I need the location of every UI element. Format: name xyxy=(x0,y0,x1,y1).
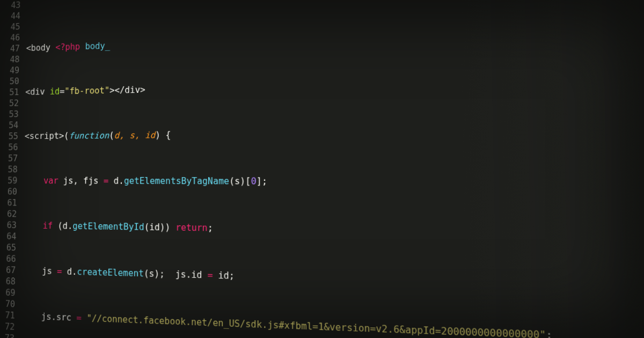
line-number: 60 xyxy=(0,186,17,197)
code-line: var js, fjs = d.getElementsByTagName(s)[… xyxy=(24,175,644,189)
line-number: 73 xyxy=(0,332,14,338)
code-line: <body <?php body_ xyxy=(26,20,644,54)
line-number: 68 xyxy=(0,275,16,287)
line-number: 45 xyxy=(0,21,20,33)
line-number: 64 xyxy=(0,231,17,243)
line-number: 61 xyxy=(0,197,17,209)
code-editor[interactable]: 4344454647484950515253545556575859606162… xyxy=(0,0,644,338)
line-number: 47 xyxy=(0,43,20,54)
line-number: 53 xyxy=(0,109,19,120)
line-number: 63 xyxy=(0,219,17,231)
line-number: 57 xyxy=(0,153,18,164)
line-number: 52 xyxy=(0,98,19,109)
code-line: if (d.getElementById(id)) return; xyxy=(23,220,644,243)
line-number: 65 xyxy=(0,242,16,254)
line-number: 44 xyxy=(0,11,20,23)
line-number: 49 xyxy=(0,65,19,76)
line-number: 50 xyxy=(0,76,19,87)
line-number: 71 xyxy=(0,309,15,321)
line-number: 56 xyxy=(0,142,18,153)
line-number: 43 xyxy=(1,0,21,11)
line-number: 67 xyxy=(0,264,16,276)
code-line: <script>(function(d, s, id) { xyxy=(25,124,644,142)
line-number: 59 xyxy=(0,175,17,186)
code-line: js = d.createElement(s); js.id = id; xyxy=(22,265,644,296)
line-number: 72 xyxy=(0,321,15,333)
line-number: 51 xyxy=(0,87,19,98)
line-number: 55 xyxy=(0,131,18,142)
line-number: 70 xyxy=(0,298,15,310)
code-line: js.src = "//connect.facebook.net/en_US/s… xyxy=(21,310,644,338)
code-line: <div id="fb-root"></div> xyxy=(25,71,644,97)
line-number: 54 xyxy=(0,120,18,131)
code-area[interactable]: <body <?php body_ <div id="fb-root"></di… xyxy=(19,0,644,338)
line-number: 46 xyxy=(0,32,20,43)
line-number: 66 xyxy=(0,253,16,265)
line-number: 62 xyxy=(0,208,17,219)
line-number: 69 xyxy=(0,286,16,298)
line-number: 48 xyxy=(0,54,20,65)
line-number: 58 xyxy=(0,164,18,175)
